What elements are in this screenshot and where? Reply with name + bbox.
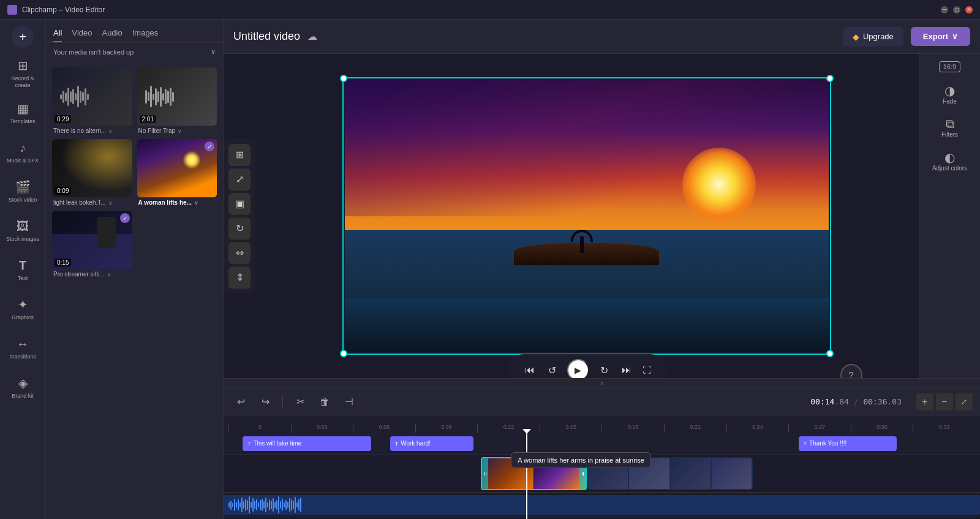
timeline: ∧ ↩ ↪ ✂ 🗑 ⊣ 00:14.84 / 00:36.03 + − ⤢	[224, 378, 980, 519]
play-pause-button[interactable]: ▶	[567, 359, 589, 378]
media-label-2: No Filter Trap ∨	[137, 127, 217, 134]
fade-icon: ◑	[944, 83, 955, 98]
tab-images[interactable]: Images	[132, 25, 159, 42]
media-item-1[interactable]: 0:29 There is no altern... ∨	[52, 67, 132, 134]
backup-message: Your media isn't backed up	[53, 48, 134, 56]
window-controls[interactable]: ─ □ ✕	[941, 6, 973, 13]
record-create-icon: ⊞	[18, 58, 28, 73]
caption-clip-2[interactable]: T Work hard!	[390, 436, 473, 451]
media-thumb-4[interactable]: ✓	[137, 139, 217, 197]
export-button[interactable]: Export ∨	[911, 27, 970, 46]
rotate-tool-button[interactable]: ↻	[228, 218, 251, 240]
media-item-3[interactable]: 0:09 light leak bokeh.T... ∨	[52, 139, 132, 206]
backup-dismiss-icon[interactable]: ∨	[211, 48, 216, 56]
tab-all[interactable]: All	[53, 25, 62, 42]
time-total: 00:36.03	[863, 397, 902, 406]
media-item-5[interactable]: 0:15 ✓ Pro streamer sitti... ∨	[52, 211, 132, 278]
media-label-1: There is no altern... ∨	[52, 127, 132, 134]
transitions-icon: ↔	[17, 337, 29, 351]
video-clip-1[interactable]: ⏸ ⏸	[481, 457, 587, 490]
media-thumb-1[interactable]: 0:29	[52, 67, 132, 126]
tab-audio[interactable]: Audio	[102, 25, 122, 42]
sidebar: + ⊞ Record &create ▦ Templates ♪ Music &…	[0, 20, 46, 519]
stock-images-icon: 🖼	[17, 219, 29, 233]
filters-icon: ⧉	[946, 117, 954, 131]
clip-right-handle[interactable]: ⏸	[579, 458, 586, 489]
preview-area: ⊞ ⤢ ▣ ↻ ⇔ ⇕	[224, 54, 919, 378]
sidebar-item-label-brand-kit: Brand kit	[12, 393, 34, 399]
sidebar-item-stock-images[interactable]: 🖼 Stock images	[2, 212, 43, 249]
video-title[interactable]: Untitled video	[233, 30, 300, 43]
skip-back-button[interactable]: ⏮	[522, 362, 537, 378]
pip-tool-button[interactable]: ▣	[228, 193, 251, 215]
cut-button[interactable]: ✂	[290, 392, 310, 412]
undo-button[interactable]: ↩	[231, 392, 251, 412]
caption-clip-3[interactable]: T Thank You !!!!	[799, 436, 897, 451]
toolbar-separator-1	[282, 395, 283, 409]
media-duration-3: 0:09	[55, 187, 71, 195]
sidebar-item-label-record: Record &create	[11, 75, 34, 89]
sidebar-item-label-transitions: Transitions	[9, 354, 36, 360]
delete-button[interactable]: 🗑	[315, 392, 334, 412]
right-tools-panel: 16:9 ◑ Fade ⧉ Filters ◐ Adjust colors	[919, 54, 980, 378]
media-duration-1: 0:29	[55, 115, 71, 123]
adjust-colors-tool[interactable]: ◐ Adjust colors	[925, 146, 974, 175]
add-media-button[interactable]: +	[12, 26, 34, 48]
titlebar: Clipchamp – Video Editor ─ □ ✕	[0, 0, 980, 20]
sidebar-item-label-music: Music & SFX	[7, 157, 39, 164]
sidebar-item-stock-video[interactable]: 🎬 Stock video	[2, 173, 43, 210]
sidebar-item-brand-kit[interactable]: ◈ Brand kit	[2, 369, 43, 406]
media-item-2[interactable]: 2:01 No Filter Trap ∨	[137, 67, 217, 134]
timeline-content[interactable]: 0 0:03 0:06 0:09 0:12 0:15 0:18 0:21 0:2…	[224, 415, 980, 519]
sidebar-item-label-templates: Templates	[10, 118, 35, 124]
stock-video-icon: 🎬	[15, 180, 31, 194]
flip-v-tool-button[interactable]: ⇕	[228, 267, 251, 289]
zoom-out-button[interactable]: −	[936, 393, 953, 411]
fade-tool[interactable]: ◑ Fade	[925, 80, 974, 108]
sidebar-item-record-create[interactable]: ⊞ Record &create	[2, 55, 43, 92]
split-at-playhead-button[interactable]: ⊣	[339, 392, 359, 412]
sidebar-item-graphics[interactable]: ✦ Graphics	[2, 290, 43, 327]
flip-h-tool-button[interactable]: ⇔	[228, 242, 251, 264]
sidebar-item-templates[interactable]: ▦ Templates	[2, 94, 43, 131]
fit-to-window-button[interactable]: ⤢	[956, 393, 973, 411]
media-thumb-3[interactable]: 0:09	[52, 139, 132, 197]
editor-header: Untitled video ☁ ◆ Upgrade Export ∨	[224, 20, 980, 54]
adjust-colors-label: Adjust colors	[932, 165, 967, 172]
media-grid: 0:29 There is no altern... ∨	[46, 61, 223, 284]
filters-tool[interactable]: ⧉ Filters	[925, 113, 974, 142]
timeline-ruler: 0 0:03 0:06 0:09 0:12 0:15 0:18 0:21 0:2…	[224, 415, 980, 433]
aspect-ratio-badge[interactable]: 16:9	[939, 61, 960, 72]
forward-button[interactable]: ↻	[598, 362, 611, 379]
redo-button[interactable]: ↪	[255, 392, 275, 412]
sidebar-item-text[interactable]: T Text	[2, 251, 43, 288]
audio-waveform-clip[interactable]	[224, 495, 980, 515]
minimize-button[interactable]: ─	[941, 6, 948, 13]
maximize-button[interactable]: □	[953, 6, 960, 13]
media-item-4[interactable]: ✓ A woman lifts he... ∨	[137, 139, 217, 206]
fullscreen-button[interactable]: ⛶	[643, 365, 651, 375]
media-check-5: ✓	[120, 213, 130, 223]
transform-tool-button[interactable]: ⤢	[228, 169, 251, 191]
tab-video[interactable]: Video	[72, 25, 92, 42]
media-thumb-5[interactable]: 0:15 ✓	[52, 211, 132, 269]
collapse-icon: ∧	[600, 380, 604, 387]
zoom-in-button[interactable]: +	[916, 393, 933, 411]
timeline-tracks: T This will take time T Work hard! T Tha…	[224, 433, 980, 519]
timeline-collapse-handle[interactable]: ∧	[224, 379, 980, 388]
video-clip-2[interactable]	[587, 457, 753, 490]
adjust-colors-icon: ◐	[944, 150, 955, 165]
skip-forward-button[interactable]: ⏭	[619, 362, 634, 378]
clip-left-handle[interactable]: ⏸	[482, 458, 488, 489]
sidebar-item-music-sfx[interactable]: ♪ Music & SFX	[2, 134, 43, 170]
sidebar-item-label-stock-images: Stock images	[6, 236, 39, 242]
rewind-button[interactable]: ↺	[546, 362, 559, 379]
playhead[interactable]	[526, 433, 527, 519]
media-thumb-2[interactable]: 2:01	[137, 67, 217, 126]
crop-tool-button[interactable]: ⊞	[228, 144, 251, 166]
caption-clip-1[interactable]: T This will take time	[243, 436, 371, 451]
close-button[interactable]: ✕	[965, 6, 973, 13]
help-button[interactable]: ?	[840, 364, 862, 378]
sidebar-item-transitions[interactable]: ↔ Transitions	[2, 330, 43, 366]
upgrade-button[interactable]: ◆ Upgrade	[843, 27, 903, 47]
